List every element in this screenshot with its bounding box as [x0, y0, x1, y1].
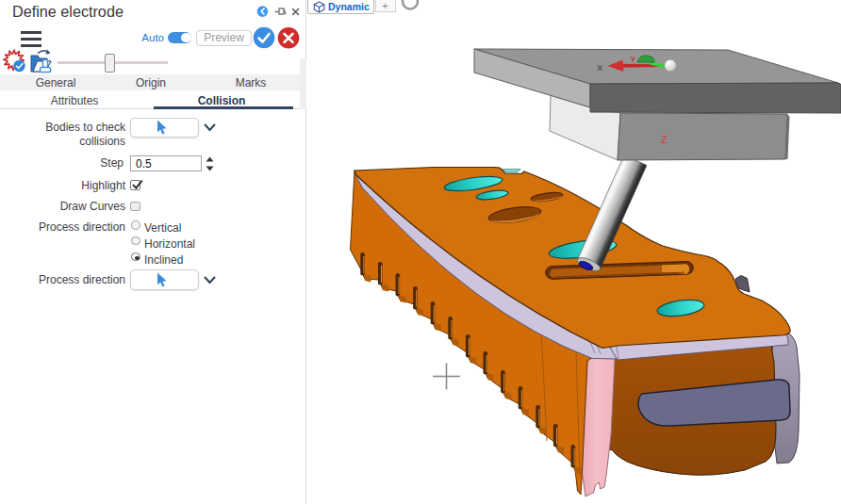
svg-text:Y: Y	[631, 55, 636, 64]
svg-text:X: X	[597, 62, 603, 73]
svg-text:Z: Z	[661, 134, 668, 145]
